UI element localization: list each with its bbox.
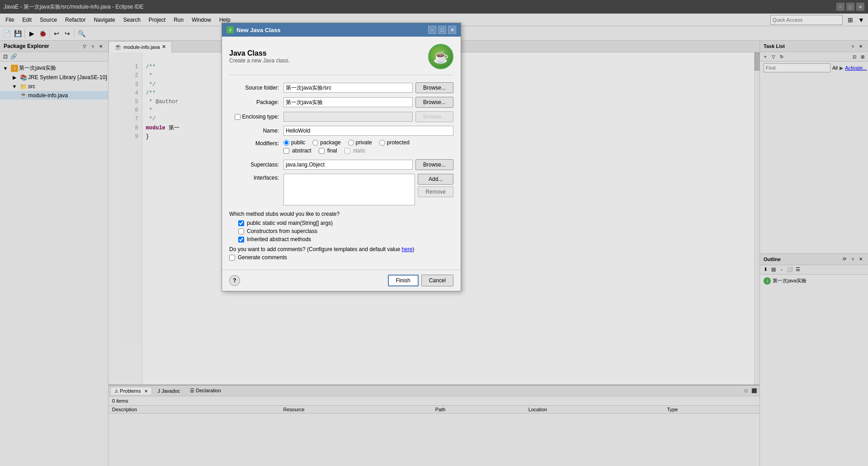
enclosing-type-control: Browse... [283, 111, 453, 122]
modifier-package-radio[interactable] [312, 140, 318, 146]
enclosing-browse-btn[interactable]: Browse... [415, 111, 453, 122]
source-folder-input[interactable] [283, 83, 413, 93]
dialog-title-text: J New Java Class [226, 26, 281, 33]
new-java-class-dialog: J New Java Class − □ ✕ Java Class Create… [222, 23, 461, 291]
modifiers-row: Modifiers: public package pr [229, 139, 453, 156]
generate-comments-label: Generate comments [238, 254, 287, 261]
modifier-package-label: package [320, 139, 340, 146]
dialog-body: Java Class Create a new Java class. ☕ So… [222, 37, 461, 270]
modifier-public[interactable]: public [283, 139, 305, 146]
package-browse-btn[interactable]: Browse... [415, 97, 453, 108]
comments-suffix: ) [413, 246, 415, 252]
modifier-private-label: private [356, 139, 372, 146]
access-modifiers: public package private protected [283, 139, 410, 146]
modifier-private[interactable]: private [348, 139, 372, 146]
stub-main-label: public static void main(String[] args) [247, 220, 333, 226]
modifier-protected-radio[interactable] [379, 140, 385, 146]
source-folder-control: Browse... [283, 82, 453, 93]
enclosing-type-label: Enclosing type: [242, 114, 279, 120]
enclosing-type-checkbox[interactable] [235, 114, 241, 120]
dialog-close-btn[interactable]: ✕ [448, 26, 456, 34]
dialog-main-title: Java Class [229, 49, 424, 57]
modifiers-label: Modifiers: [229, 139, 283, 147]
stub-constructors[interactable]: Constructors from superclass [238, 228, 453, 234]
package-label: Package: [229, 99, 283, 105]
remove-interface-btn[interactable]: Remove [418, 186, 453, 197]
finish-btn[interactable]: Finish [388, 275, 419, 286]
modifier-protected[interactable]: protected [379, 139, 410, 146]
stub-inherited-label: Inherited abstract methods [247, 236, 311, 243]
generate-comments-checkbox[interactable] [229, 255, 235, 261]
name-label: Name: [229, 128, 283, 134]
source-folder-browse-btn[interactable]: Browse... [415, 82, 453, 93]
modifier-final[interactable]: final [319, 147, 337, 154]
add-interface-btn[interactable]: Add... [418, 174, 453, 185]
source-folder-label: Source folder: [229, 85, 283, 91]
dialog-logo-icon: ☕ [433, 49, 449, 64]
enclosing-type-label-wrapper: Enclosing type: [229, 114, 283, 120]
comments-question: Do you want to add comments? (Configure … [229, 246, 453, 252]
method-stubs-section: Which method stubs would you like to cre… [229, 211, 453, 243]
enclosing-type-input[interactable] [283, 112, 413, 122]
modifier-protected-label: protected [387, 139, 410, 146]
modifier-public-radio[interactable] [283, 140, 289, 146]
dialog-header: Java Class Create a new Java class. ☕ [229, 44, 453, 75]
dialog-title-icon: J [226, 26, 234, 33]
cancel-btn[interactable]: Cancel [421, 275, 453, 286]
package-control: Browse... [283, 97, 453, 108]
static-checkbox[interactable] [344, 148, 350, 154]
modifier-abstract[interactable]: abstract [283, 147, 311, 154]
method-stubs-title: Which method stubs would you like to cre… [229, 211, 453, 217]
stub-inherited[interactable]: Inherited abstract methods [238, 236, 453, 243]
dialog-maximize-btn[interactable]: □ [438, 26, 446, 34]
dialog-footer-buttons: Finish Cancel [388, 275, 453, 286]
dialog-title-label: New Java Class [236, 27, 281, 33]
stub-inherited-checkbox[interactable] [238, 237, 244, 243]
dialog-footer: ? Finish Cancel [222, 270, 461, 291]
modifier-package[interactable]: package [312, 139, 340, 146]
dialog-logo: ☕ [428, 44, 453, 69]
stub-main-checkbox[interactable] [238, 220, 244, 226]
name-input[interactable] [283, 126, 453, 136]
modifier-static[interactable]: static [344, 147, 366, 154]
interfaces-row: Interfaces: Add... Remove [229, 174, 453, 205]
comments-section: Do you want to add comments? (Configure … [229, 246, 453, 261]
package-row: Package: Browse... [229, 97, 453, 108]
interfaces-buttons: Add... Remove [418, 174, 453, 197]
dialog-subtitle: Create a new Java class. [229, 57, 424, 64]
stub-main[interactable]: public static void main(String[] args) [238, 220, 453, 226]
enclosing-type-row: Enclosing type: Browse... [229, 111, 453, 122]
package-input[interactable] [283, 97, 413, 107]
other-modifiers: abstract final static [283, 147, 410, 156]
comments-question-text: Do you want to add comments? (Configure … [229, 246, 402, 252]
superclass-label: Superclass: [229, 162, 283, 168]
final-checkbox[interactable] [319, 148, 325, 154]
generate-comments[interactable]: Generate comments [229, 254, 453, 261]
interfaces-control: Add... Remove [283, 174, 453, 205]
help-btn[interactable]: ? [229, 275, 240, 286]
modifiers-control: public package private protected [283, 139, 410, 156]
abstract-label: abstract [292, 147, 311, 154]
static-label: static [353, 147, 366, 154]
abstract-checkbox[interactable] [283, 148, 289, 154]
superclass-browse-btn[interactable]: Browse... [415, 159, 453, 170]
dialog-overlay: J New Java Class − □ ✕ Java Class Create… [0, 0, 868, 466]
name-row: Name: [229, 126, 453, 136]
dialog-title-controls: − □ ✕ [428, 26, 456, 34]
superclass-row: Superclass: Browse... [229, 159, 453, 170]
superclass-control: Browse... [283, 159, 453, 170]
interfaces-box[interactable] [283, 174, 415, 205]
name-control [283, 126, 453, 136]
dialog-minimize-btn[interactable]: − [428, 26, 436, 34]
here-link[interactable]: here [402, 246, 413, 252]
modifier-private-radio[interactable] [348, 140, 354, 146]
source-folder-row: Source folder: Browse... [229, 82, 453, 93]
stub-constructors-checkbox[interactable] [238, 228, 244, 234]
interfaces-label: Interfaces: [229, 174, 283, 181]
final-label: final [327, 147, 337, 154]
dialog-title-bar: J New Java Class − □ ✕ [222, 23, 461, 37]
superclass-input[interactable] [283, 160, 413, 170]
method-stubs-options: public static void main(String[] args) C… [229, 220, 453, 243]
modifier-public-label: public [291, 139, 305, 146]
stub-constructors-label: Constructors from superclass [247, 228, 317, 234]
